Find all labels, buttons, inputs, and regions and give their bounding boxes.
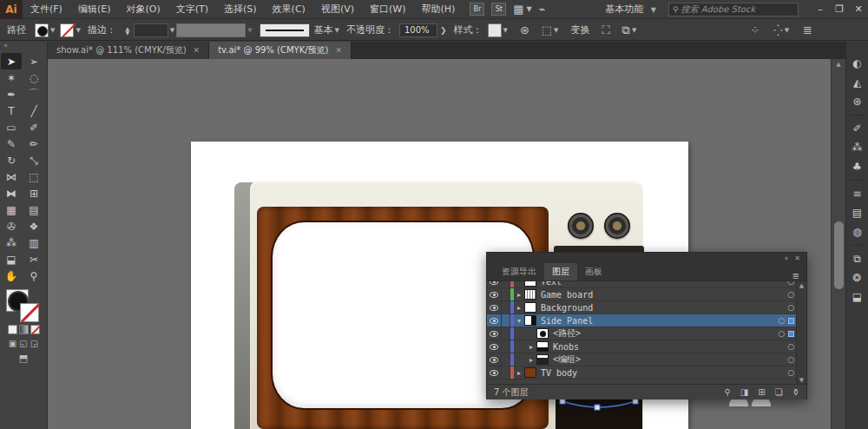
layers-panel-titlebar[interactable]: » ✕ — [487, 253, 806, 263]
line-segment-tool[interactable]: ╱ — [23, 102, 44, 119]
menu-item-1[interactable]: 编辑(E) — [70, 0, 119, 19]
transform-button[interactable]: 变换 — [570, 23, 589, 36]
stroke-weight-stepper[interactable]: ▲▼ — [123, 23, 132, 37]
chevron-down-icon[interactable]: ▼ — [170, 27, 174, 34]
visibility-toggle[interactable] — [487, 288, 502, 300]
bridge-button[interactable]: Br — [470, 3, 484, 16]
locate-object-icon[interactable]: ⚲ — [724, 387, 730, 397]
visibility-toggle[interactable] — [487, 366, 502, 379]
document-tab-0[interactable]: show.ai* @ 111% (CMYK/预览)✕ — [48, 42, 209, 59]
menu-item-6[interactable]: 视图(V) — [313, 0, 362, 19]
tab-close-icon[interactable]: ✕ — [336, 46, 343, 55]
direct-selection-tool[interactable]: ➢ — [23, 53, 44, 69]
target-circle-icon[interactable]: ○ — [787, 342, 794, 351]
target-circle-icon[interactable]: ○ — [787, 290, 794, 299]
delete-layer-icon[interactable]: ⚱ — [792, 387, 799, 397]
zoom-tool[interactable]: ⚲ — [23, 267, 44, 284]
align-objects-icon[interactable]: ⁘ — [750, 23, 760, 36]
eyedropper-tool[interactable]: ✇ — [1, 218, 22, 234]
new-sublayer-icon[interactable]: ⊞ — [758, 387, 765, 397]
fill-color-button[interactable]: ▼ — [35, 23, 55, 37]
pencil-tool[interactable]: ✎ — [1, 135, 22, 152]
panel-menu-icon[interactable]: ≣ — [792, 271, 799, 280]
expand-toggle-icon[interactable]: ▸ — [514, 291, 524, 299]
document-tab-1[interactable]: tv.ai* @ 99% (CMYK/预览)✕ — [209, 42, 352, 59]
rotate-tool[interactable]: ↻ — [1, 152, 22, 168]
lock-toggle[interactable] — [502, 353, 510, 366]
mesh-tool[interactable]: ▦ — [1, 201, 22, 218]
stroke-icon[interactable]: ≡ — [848, 184, 867, 203]
layer-row-7[interactable]: ▸TV body○ — [487, 366, 806, 380]
arrange-documents-icon[interactable]: ▦ — [513, 3, 523, 16]
select-similar-icon[interactable]: ⬚ — [542, 23, 552, 36]
search-input[interactable] — [681, 4, 794, 14]
make-clipping-mask-icon[interactable]: ◨ — [740, 387, 748, 397]
screen-mode-button[interactable]: ⬒ — [0, 353, 47, 364]
close-button[interactable]: ✕ — [849, 3, 868, 15]
expand-toggle-icon[interactable]: ▸ — [514, 304, 524, 312]
scale-tool[interactable]: ⤡ — [23, 152, 44, 168]
links-icon[interactable]: ⧉ — [848, 249, 867, 268]
layer-row-6[interactable]: ▸<编组>○ — [487, 353, 806, 366]
slice-tool[interactable]: ✂ — [23, 251, 44, 267]
new-layer-icon[interactable]: ❏ — [775, 387, 783, 397]
chevron-down-icon[interactable]: ▼ — [785, 27, 789, 34]
chevron-down-icon[interactable]: ▼ — [503, 27, 508, 34]
pattern-icon[interactable]: ❂ — [848, 268, 867, 287]
stroke-color-button[interactable]: ▼ — [60, 23, 80, 37]
scroll-up-icon[interactable]: ▲ — [832, 59, 845, 69]
panel-menu-icon[interactable]: ≣ — [803, 23, 812, 36]
expand-toggle-icon[interactable]: ▾ — [514, 317, 524, 325]
chevron-down-icon[interactable]: ▼ — [335, 27, 339, 34]
artboards-icon[interactable]: ⬓ — [848, 287, 867, 307]
symbols-icon[interactable]: ♣ — [848, 157, 867, 176]
blob-brush-tool[interactable]: ✏ — [23, 135, 44, 152]
type-tool[interactable]: T — [1, 102, 22, 119]
gradient-button[interactable] — [19, 325, 29, 334]
expand-toggle-icon[interactable]: ▸ — [514, 369, 524, 377]
tab-artboards[interactable]: 画板 — [577, 263, 610, 280]
tab-asset-export[interactable]: 资源导出 — [494, 263, 544, 280]
scrollbar-thumb[interactable] — [834, 221, 844, 289]
target-circle-icon[interactable]: ○ — [787, 355, 794, 364]
shape-options-icon[interactable]: ⧉ — [622, 23, 630, 37]
curvature-tool[interactable]: ⌒ — [23, 86, 44, 102]
visibility-toggle[interactable] — [487, 314, 502, 327]
hand-tool[interactable]: ✋ — [1, 267, 22, 284]
transparency-icon[interactable]: ◍ — [848, 222, 867, 241]
scroll-down-icon[interactable]: ▼ — [797, 376, 806, 384]
minimize-button[interactable]: – — [811, 3, 830, 15]
pen-tool[interactable]: ✒ — [1, 86, 22, 102]
distribute-objects-icon[interactable]: ⁛ — [773, 23, 782, 36]
symbol-sprayer-tool[interactable]: ⁂ — [1, 234, 22, 251]
recolor-artwork-icon[interactable]: ⊛ — [848, 92, 867, 111]
shape-builder-tool[interactable]: ⧓ — [1, 185, 22, 201]
chevron-down-icon[interactable]: ▼ — [632, 27, 636, 34]
target-circle-icon[interactable]: ○ — [778, 316, 785, 325]
stock-search[interactable]: ⚲ — [668, 3, 799, 16]
recolor-artwork-icon[interactable]: ⊛ — [520, 23, 529, 36]
tools-panel-collapse-button[interactable]: « — [0, 42, 47, 53]
tv-knob-shape[interactable] — [568, 213, 594, 239]
draw-behind-icon[interactable]: ◱ — [19, 339, 27, 348]
paintbrush-tool[interactable]: ✐ — [23, 119, 44, 135]
layer-row-2[interactable]: ▸Background○ — [487, 301, 806, 314]
brush-definition-dropdown[interactable] — [260, 23, 310, 37]
tab-close-icon[interactable]: ✕ — [194, 46, 201, 55]
tab-layers[interactable]: 图层 — [544, 263, 577, 280]
target-circle-icon[interactable]: ○ — [778, 329, 785, 338]
visibility-toggle[interactable] — [487, 327, 502, 340]
menu-item-7[interactable]: 窗口(W) — [362, 0, 413, 19]
layer-row-1[interactable]: ▸Game board○ — [487, 288, 806, 301]
graphic-style-swatch[interactable] — [488, 23, 502, 37]
lock-toggle[interactable] — [502, 366, 510, 379]
menu-item-5[interactable]: 效果(C) — [265, 0, 313, 19]
color-guide-icon[interactable]: ◭ — [848, 73, 867, 92]
layer-row-0[interactable]: Text○ — [487, 280, 806, 288]
brushes-icon[interactable]: ✐ — [848, 119, 867, 138]
width-profile-dropdown[interactable] — [176, 23, 246, 37]
opacity-input[interactable]: 100% — [399, 23, 437, 37]
opacity-panel-arrow-icon[interactable]: ❯ — [440, 26, 447, 35]
menu-item-0[interactable]: 文件(F) — [23, 0, 70, 19]
stroke-weight-input[interactable] — [134, 23, 168, 37]
